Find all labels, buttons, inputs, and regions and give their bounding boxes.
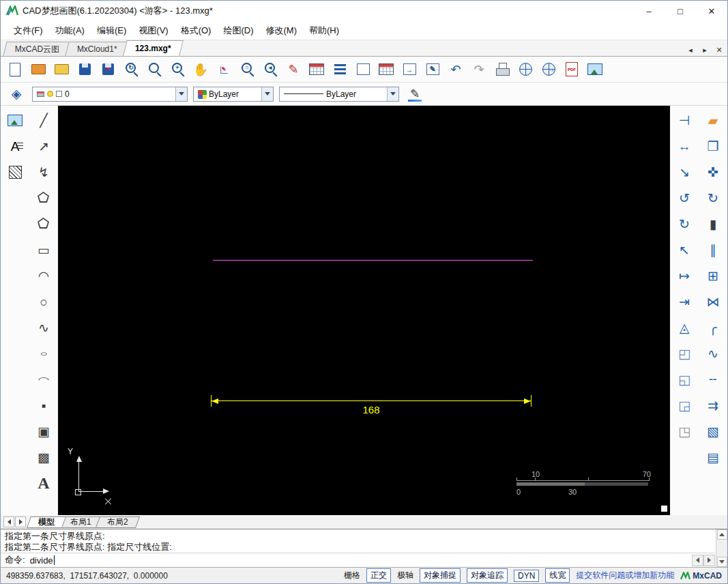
- arc-button[interactable]: ◠: [31, 263, 56, 288]
- menu-format[interactable]: 格式(O): [175, 23, 218, 39]
- box-3d-button[interactable]: ▧: [701, 419, 725, 443]
- spline-edit-button[interactable]: ∿: [701, 341, 725, 366]
- color-combo[interactable]: ByLayer: [193, 87, 274, 102]
- spline-button[interactable]: ∿: [31, 315, 56, 340]
- circle-button[interactable]: ○: [31, 289, 56, 314]
- block-button[interactable]: ▣: [31, 419, 56, 443]
- print-button[interactable]: [491, 59, 514, 81]
- hatch-button[interactable]: [3, 160, 27, 184]
- rotate-ccw-button[interactable]: ↺: [672, 186, 697, 210]
- layer-manager-button[interactable]: ◈: [6, 85, 27, 104]
- drawing-canvas[interactable]: 168 Y 10 70 0 30: [58, 106, 670, 515]
- draw-order-back-button[interactable]: ◱: [672, 367, 697, 392]
- toggle-ortho[interactable]: 正交: [366, 568, 391, 583]
- menu-view[interactable]: 视图(V): [132, 23, 174, 39]
- draw-order-below-button[interactable]: ◳: [672, 419, 697, 443]
- open-button[interactable]: [50, 59, 73, 81]
- menu-edit[interactable]: 编辑(E): [91, 23, 132, 39]
- move-button[interactable]: ✜: [701, 160, 725, 184]
- zoom-window-button[interactable]: [143, 59, 166, 81]
- block-palette-button[interactable]: [375, 59, 398, 81]
- rotate-button[interactable]: ↻: [701, 186, 725, 210]
- text-style-button[interactable]: [351, 59, 375, 81]
- layer-combo[interactable]: 0: [32, 87, 188, 102]
- pdf-export-button[interactable]: PDF: [560, 59, 583, 81]
- web-publish-button[interactable]: [514, 59, 537, 81]
- feedback-link[interactable]: 提交软件问题或增加新功能: [576, 570, 674, 581]
- dimension-annotation[interactable]: 168: [211, 395, 532, 420]
- wipeout-button[interactable]: ▩: [31, 445, 56, 469]
- xline-button[interactable]: ↗: [31, 134, 56, 158]
- linetype-combo[interactable]: ByLayer: [279, 87, 399, 102]
- maximize-button[interactable]: □: [665, 1, 696, 21]
- open-cloud-button[interactable]: [27, 59, 50, 81]
- chevron-down-icon[interactable]: [261, 87, 273, 101]
- offset-button[interactable]: ∥: [701, 237, 725, 262]
- layout-tab-2[interactable]: 布局2: [96, 516, 140, 528]
- tab-scroll-left-button[interactable]: ◂: [684, 44, 697, 56]
- command-input-row[interactable]: 命令: divide: [1, 553, 715, 567]
- ellipse-arc-button[interactable]: ◠: [31, 367, 56, 392]
- scroll-up-button[interactable]: [717, 529, 727, 540]
- chevron-down-icon[interactable]: [387, 87, 398, 101]
- toggle-osnap[interactable]: 对象捕捉: [420, 568, 461, 583]
- array-button[interactable]: ⊞: [701, 263, 725, 288]
- new-button[interactable]: [3, 59, 27, 81]
- erase-button[interactable]: ▰: [701, 108, 725, 132]
- mirror-button[interactable]: ⋈: [701, 289, 725, 314]
- tab-mxcloud1[interactable]: MxCloud1*: [65, 42, 130, 56]
- tab-scroll-right-button[interactable]: ▸: [699, 44, 711, 56]
- break-at-point-button[interactable]: ⊣: [672, 108, 697, 132]
- block-edit-button[interactable]: ✎: [421, 59, 444, 81]
- zoom-dynamic-button[interactable]: ↻: [119, 59, 143, 81]
- web-share-button[interactable]: →: [537, 59, 560, 81]
- zoom-scale-button[interactable]: ∟ ✎: [212, 59, 235, 81]
- chevron-down-icon[interactable]: [175, 87, 187, 101]
- layout-scroll-right-button[interactable]: [15, 516, 26, 527]
- menu-function[interactable]: 功能(A): [49, 23, 91, 39]
- polyline-button[interactable]: ↯: [31, 160, 56, 184]
- draw-pencil-button[interactable]: ✎: [282, 59, 305, 81]
- ellipse-button[interactable]: ○: [31, 341, 56, 366]
- tab-mxcad-cloud[interactable]: MxCAD云图: [3, 42, 72, 56]
- redo-button[interactable]: ↷: [467, 59, 491, 81]
- layout-scroll-left-button[interactable]: [3, 516, 14, 527]
- closed-polyline-button[interactable]: [31, 211, 56, 236]
- line-button[interactable]: ╱: [31, 108, 56, 132]
- zoom-previous-button[interactable]: ◂: [259, 59, 282, 81]
- tab-close-button[interactable]: ✕: [713, 44, 725, 56]
- fill-rect-button[interactable]: ▮: [701, 211, 725, 236]
- command-input-text[interactable]: divide: [30, 555, 53, 566]
- copy-button[interactable]: ❐: [701, 134, 725, 158]
- toggle-grid[interactable]: 栅格: [344, 570, 360, 581]
- scale-up-button[interactable]: ↖: [672, 237, 697, 262]
- command-scrollbar[interactable]: [716, 529, 727, 567]
- toggle-dyn[interactable]: DYN: [514, 570, 539, 582]
- draw-order-front-button[interactable]: ◰: [672, 341, 697, 366]
- tab-123mxg[interactable]: 123.mxg*: [123, 40, 183, 56]
- trim-to-edge-button[interactable]: ⇥: [672, 289, 697, 314]
- menu-draw[interactable]: 绘图(D): [217, 23, 259, 39]
- save-as-button[interactable]: ✎: [96, 59, 119, 81]
- text-lines-button[interactable]: A: [3, 134, 27, 158]
- pen-settings-button[interactable]: ✎: [405, 85, 425, 104]
- fillet-button[interactable]: ╭: [701, 315, 725, 340]
- image-export-button[interactable]: [583, 59, 607, 81]
- polygon-button[interactable]: [31, 186, 56, 210]
- command-scroll-right-button[interactable]: [703, 555, 715, 566]
- lengthen-button[interactable]: ↘: [672, 160, 697, 184]
- point-button[interactable]: ▪: [31, 393, 56, 418]
- pan-button[interactable]: ✋: [189, 59, 212, 81]
- layout-tab-model[interactable]: 模型: [27, 516, 66, 528]
- explode-button[interactable]: ⇉: [701, 393, 725, 418]
- linetype-list-button[interactable]: [328, 59, 351, 81]
- layer-palette-button[interactable]: [305, 59, 328, 81]
- zoom-in-button[interactable]: +: [166, 59, 189, 81]
- insert-block-button[interactable]: →: [398, 59, 421, 81]
- draw-order-above-button[interactable]: ◲: [672, 393, 697, 418]
- toggle-polar[interactable]: 极轴: [397, 570, 413, 581]
- break-button[interactable]: ╌: [701, 367, 725, 392]
- insert-image-button[interactable]: [3, 108, 27, 132]
- stretch-button[interactable]: ↔: [672, 134, 697, 158]
- rotate-cw-button[interactable]: ↻: [672, 211, 697, 236]
